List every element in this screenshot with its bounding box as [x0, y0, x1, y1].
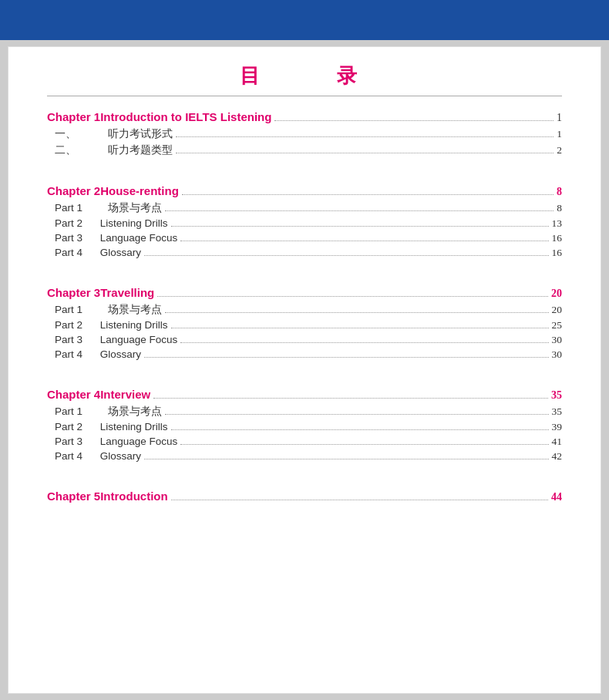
- chapter-dots-1: [274, 120, 553, 121]
- chapter-title-4: Interview: [100, 388, 150, 401]
- part-title: 场景与考点: [97, 303, 162, 317]
- chapter-page-5: 44: [551, 491, 562, 503]
- part-row: Part 2 Listening Drills13: [47, 217, 562, 230]
- chapter-section-4: Chapter 4 Interview35Part 1 场景与考点35Part …: [47, 388, 562, 476]
- chapter-row-4: Chapter 4 Interview35: [47, 388, 562, 402]
- part-row: Part 2 Listening Drills39: [47, 421, 562, 433]
- part-row: Part 4 Glossary42: [47, 450, 562, 463]
- chapter-section-2: Chapter 2 House-renting8Part 1 场景与考点8Par…: [47, 184, 562, 272]
- part-title: 场景与考点: [97, 201, 162, 215]
- part-dots: [144, 357, 548, 358]
- part-title: Glossary: [97, 450, 141, 462]
- chapter-label-2: Chapter 2: [47, 184, 100, 197]
- part-row: Part 3 Language Focus16: [47, 232, 562, 244]
- part-page: 16: [552, 247, 563, 259]
- part-label: 二、: [55, 143, 97, 157]
- chapter-label-1: Chapter 1: [47, 110, 100, 123]
- toc-chapters: Chapter 1 Introduction to IELTS Listenin…: [47, 110, 562, 503]
- chapter-section-1: Chapter 1 Introduction to IELTS Listenin…: [47, 110, 562, 170]
- chapter-title-2: House-renting: [100, 184, 179, 197]
- part-label: Part 4: [55, 450, 97, 462]
- part-row: Part 4 Glossary30: [47, 348, 562, 361]
- chapter-label-3: Chapter 3: [47, 286, 100, 299]
- part-dots: [171, 429, 549, 430]
- chapter-title-3: Travelling: [100, 286, 154, 299]
- part-label: Part 1: [55, 304, 97, 315]
- part-page: 39: [552, 421, 563, 433]
- part-label: Part 2: [55, 319, 97, 331]
- chapter-label-5: Chapter 5: [47, 490, 100, 503]
- toc-title: 目 录: [47, 62, 562, 89]
- part-title: 听力考试形式: [97, 127, 173, 141]
- toc-divider: [47, 96, 562, 96]
- part-page: 42: [552, 450, 563, 463]
- chapter-page-2: 8: [557, 186, 562, 198]
- part-dots: [165, 312, 549, 313]
- chapter-dots-5: [171, 500, 548, 500]
- part-title: Glossary: [97, 348, 141, 360]
- part-label: Part 1: [55, 202, 97, 214]
- part-title: Language Focus: [97, 436, 177, 447]
- part-label: Part 1: [55, 406, 97, 417]
- part-dots: [165, 414, 549, 415]
- part-label: Part 2: [55, 217, 97, 229]
- part-dots: [180, 241, 548, 241]
- part-page: 2: [557, 144, 562, 156]
- chapter-dots-3: [157, 296, 548, 297]
- part-row: 二、 听力考题类型2: [47, 143, 562, 157]
- part-row: Part 3 Language Focus41: [47, 436, 562, 448]
- part-row: Part 1 场景与考点20: [47, 303, 562, 317]
- part-row: Part 1 场景与考点35: [47, 405, 562, 419]
- part-page: 20: [552, 304, 563, 316]
- part-title: Listening Drills: [97, 421, 168, 432]
- part-label: Part 3: [55, 232, 97, 244]
- chapter-title-5: Introduction: [100, 490, 167, 503]
- chapter-section-3: Chapter 3 Travelling20Part 1 场景与考点20Part…: [47, 286, 562, 374]
- part-page: 35: [552, 406, 563, 418]
- part-label: Part 3: [55, 436, 97, 447]
- content-area: 目 录 Chapter 1 Introduction to IELTS List…: [8, 46, 601, 694]
- part-row: Part 4 Glossary16: [47, 247, 562, 259]
- part-title: 听力考题类型: [97, 143, 173, 157]
- chapter-page-4: 35: [551, 389, 562, 402]
- part-label: Part 2: [55, 421, 97, 432]
- part-label: Part 3: [55, 334, 97, 345]
- chapter-row-2: Chapter 2 House-renting8: [47, 184, 562, 198]
- chapter-page-3: 20: [551, 288, 562, 300]
- part-title: Language Focus: [97, 232, 177, 244]
- chapter-row-5: Chapter 5 Introduction44: [47, 490, 562, 503]
- part-row: Part 3 Language Focus30: [47, 334, 562, 346]
- part-label: Part 4: [55, 247, 97, 258]
- chapter-row-3: Chapter 3 Travelling20: [47, 286, 562, 300]
- part-title: Language Focus: [97, 334, 177, 345]
- part-dots: [176, 153, 553, 153]
- part-row: 一、 听力考试形式1: [47, 127, 562, 141]
- part-page: 30: [552, 348, 563, 361]
- part-page: 25: [552, 319, 563, 331]
- part-dots: [144, 255, 548, 256]
- part-page: 1: [557, 128, 562, 140]
- part-label: Part 4: [55, 348, 97, 360]
- part-page: 16: [552, 232, 563, 244]
- chapter-section-5: Chapter 5 Introduction44: [47, 490, 562, 503]
- part-title: 场景与考点: [97, 405, 162, 419]
- chapter-label-4: Chapter 4: [47, 388, 100, 401]
- part-title: Listening Drills: [97, 217, 168, 229]
- part-dots: [180, 342, 548, 343]
- part-dots: [171, 328, 549, 328]
- part-page: 30: [552, 334, 563, 346]
- chapter-title-1: Introduction to IELTS Listening: [100, 110, 271, 123]
- part-page: 8: [557, 202, 562, 214]
- part-dots: [165, 210, 553, 211]
- part-row: Part 2 Listening Drills25: [47, 319, 562, 331]
- chapter-page-1: 1: [557, 112, 562, 124]
- chapter-dots-2: [182, 194, 553, 195]
- chapter-dots-4: [153, 398, 548, 399]
- part-label: 一、: [55, 127, 97, 141]
- part-title: Glossary: [97, 247, 141, 258]
- part-dots: [176, 136, 553, 137]
- part-dots: [144, 459, 548, 459]
- part-title: Listening Drills: [97, 319, 168, 331]
- part-row: Part 1 场景与考点8: [47, 201, 562, 215]
- part-dots: [180, 444, 548, 445]
